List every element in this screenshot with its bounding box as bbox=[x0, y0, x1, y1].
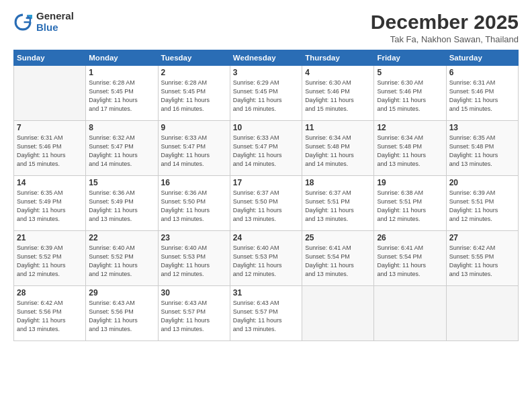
calendar-cell: 22Sunrise: 6:40 AMSunset: 5:52 PMDayligh… bbox=[86, 231, 158, 286]
calendar-cell: 31Sunrise: 6:43 AMSunset: 5:57 PMDayligh… bbox=[230, 286, 302, 341]
calendar-cell: 8Sunrise: 6:32 AMSunset: 5:47 PMDaylight… bbox=[86, 121, 158, 176]
day-number: 12 bbox=[377, 123, 443, 132]
calendar-cell: 12Sunrise: 6:34 AMSunset: 5:48 PMDayligh… bbox=[374, 121, 446, 176]
day-number: 22 bbox=[89, 233, 154, 242]
day-number: 4 bbox=[305, 68, 371, 77]
day-detail: Sunrise: 6:39 AMSunset: 5:52 PMDaylight:… bbox=[17, 244, 83, 279]
calendar-cell: 19Sunrise: 6:38 AMSunset: 5:51 PMDayligh… bbox=[374, 176, 446, 231]
day-number: 26 bbox=[377, 233, 443, 242]
weekday-header-sunday: Sunday bbox=[14, 50, 86, 66]
day-detail: Sunrise: 6:41 AMSunset: 5:54 PMDaylight:… bbox=[305, 244, 371, 279]
calendar-cell: 26Sunrise: 6:41 AMSunset: 5:54 PMDayligh… bbox=[374, 231, 446, 286]
day-detail: Sunrise: 6:42 AMSunset: 5:55 PMDaylight:… bbox=[449, 244, 515, 279]
calendar-cell bbox=[14, 66, 86, 121]
day-detail: Sunrise: 6:43 AMSunset: 5:57 PMDaylight:… bbox=[161, 299, 227, 334]
calendar-cell: 2Sunrise: 6:28 AMSunset: 5:45 PMDaylight… bbox=[158, 66, 230, 121]
month-title: December 2025 bbox=[371, 11, 519, 33]
day-number: 11 bbox=[305, 123, 371, 132]
day-number: 5 bbox=[377, 68, 443, 77]
calendar-cell: 23Sunrise: 6:40 AMSunset: 5:53 PMDayligh… bbox=[158, 231, 230, 286]
page: General Blue December 2025 Tak Fa, Nakho… bbox=[0, 0, 532, 411]
calendar-cell bbox=[302, 286, 374, 341]
weekday-header-thursday: Thursday bbox=[302, 50, 374, 66]
day-detail: Sunrise: 6:38 AMSunset: 5:51 PMDaylight:… bbox=[377, 189, 443, 224]
calendar-cell: 28Sunrise: 6:42 AMSunset: 5:56 PMDayligh… bbox=[14, 286, 86, 341]
day-detail: Sunrise: 6:34 AMSunset: 5:48 PMDaylight:… bbox=[377, 134, 443, 169]
day-detail: Sunrise: 6:28 AMSunset: 5:45 PMDaylight:… bbox=[161, 79, 227, 113]
weekday-header-row: SundayMondayTuesdayWednesdayThursdayFrid… bbox=[14, 50, 519, 66]
calendar-cell: 16Sunrise: 6:36 AMSunset: 5:50 PMDayligh… bbox=[158, 176, 230, 231]
calendar-cell: 17Sunrise: 6:37 AMSunset: 5:50 PMDayligh… bbox=[230, 176, 302, 231]
calendar-cell: 18Sunrise: 6:37 AMSunset: 5:51 PMDayligh… bbox=[302, 176, 374, 231]
logo-text: General Blue bbox=[36, 11, 74, 33]
day-number: 1 bbox=[89, 68, 154, 77]
day-number: 21 bbox=[17, 233, 83, 242]
day-detail: Sunrise: 6:36 AMSunset: 5:49 PMDaylight:… bbox=[89, 189, 154, 224]
day-detail: Sunrise: 6:35 AMSunset: 5:48 PMDaylight:… bbox=[449, 134, 515, 169]
calendar-cell: 29Sunrise: 6:43 AMSunset: 5:56 PMDayligh… bbox=[86, 286, 158, 341]
title-block: December 2025 Tak Fa, Nakhon Sawan, Thai… bbox=[371, 11, 519, 44]
day-number: 14 bbox=[17, 178, 83, 187]
calendar-table: SundayMondayTuesdayWednesdayThursdayFrid… bbox=[13, 50, 519, 341]
calendar-cell: 3Sunrise: 6:29 AMSunset: 5:45 PMDaylight… bbox=[230, 66, 302, 121]
day-detail: Sunrise: 6:39 AMSunset: 5:51 PMDaylight:… bbox=[449, 189, 515, 224]
day-detail: Sunrise: 6:30 AMSunset: 5:46 PMDaylight:… bbox=[305, 79, 371, 113]
calendar-cell: 10Sunrise: 6:33 AMSunset: 5:47 PMDayligh… bbox=[230, 121, 302, 176]
day-detail: Sunrise: 6:32 AMSunset: 5:47 PMDaylight:… bbox=[89, 134, 154, 169]
day-number: 15 bbox=[89, 178, 154, 187]
day-detail: Sunrise: 6:37 AMSunset: 5:51 PMDaylight:… bbox=[305, 189, 371, 224]
day-number: 30 bbox=[161, 288, 227, 298]
day-detail: Sunrise: 6:43 AMSunset: 5:56 PMDaylight:… bbox=[89, 299, 154, 334]
day-number: 7 bbox=[17, 123, 83, 132]
calendar-cell: 21Sunrise: 6:39 AMSunset: 5:52 PMDayligh… bbox=[14, 231, 86, 286]
day-number: 24 bbox=[233, 233, 299, 242]
day-detail: Sunrise: 6:36 AMSunset: 5:50 PMDaylight:… bbox=[161, 189, 227, 224]
calendar-week-row: 14Sunrise: 6:35 AMSunset: 5:49 PMDayligh… bbox=[14, 176, 519, 231]
calendar-week-row: 1Sunrise: 6:28 AMSunset: 5:45 PMDaylight… bbox=[14, 66, 519, 121]
day-number: 19 bbox=[377, 178, 443, 187]
logo: General Blue bbox=[13, 11, 74, 33]
calendar-cell: 7Sunrise: 6:31 AMSunset: 5:46 PMDaylight… bbox=[14, 121, 86, 176]
day-number: 25 bbox=[305, 233, 371, 242]
day-number: 16 bbox=[161, 178, 227, 187]
calendar-cell: 4Sunrise: 6:30 AMSunset: 5:46 PMDaylight… bbox=[302, 66, 374, 121]
day-detail: Sunrise: 6:30 AMSunset: 5:46 PMDaylight:… bbox=[377, 79, 443, 113]
day-number: 29 bbox=[89, 288, 154, 298]
calendar-cell: 15Sunrise: 6:36 AMSunset: 5:49 PMDayligh… bbox=[86, 176, 158, 231]
calendar-cell: 24Sunrise: 6:40 AMSunset: 5:53 PMDayligh… bbox=[230, 231, 302, 286]
subtitle: Tak Fa, Nakhon Sawan, Thailand bbox=[371, 34, 519, 44]
day-number: 20 bbox=[449, 178, 515, 187]
day-detail: Sunrise: 6:40 AMSunset: 5:53 PMDaylight:… bbox=[161, 244, 227, 279]
calendar-week-row: 21Sunrise: 6:39 AMSunset: 5:52 PMDayligh… bbox=[14, 231, 519, 286]
day-detail: Sunrise: 6:33 AMSunset: 5:47 PMDaylight:… bbox=[161, 134, 227, 169]
day-detail: Sunrise: 6:42 AMSunset: 5:56 PMDaylight:… bbox=[17, 299, 83, 334]
calendar-cell: 1Sunrise: 6:28 AMSunset: 5:45 PMDaylight… bbox=[86, 66, 158, 121]
calendar-cell: 20Sunrise: 6:39 AMSunset: 5:51 PMDayligh… bbox=[446, 176, 518, 231]
day-detail: Sunrise: 6:33 AMSunset: 5:47 PMDaylight:… bbox=[233, 134, 299, 169]
day-number: 28 bbox=[17, 288, 83, 298]
day-detail: Sunrise: 6:34 AMSunset: 5:48 PMDaylight:… bbox=[305, 134, 371, 169]
day-detail: Sunrise: 6:40 AMSunset: 5:53 PMDaylight:… bbox=[233, 244, 299, 279]
calendar-week-row: 28Sunrise: 6:42 AMSunset: 5:56 PMDayligh… bbox=[14, 286, 519, 341]
calendar-cell: 13Sunrise: 6:35 AMSunset: 5:48 PMDayligh… bbox=[446, 121, 518, 176]
calendar-cell: 14Sunrise: 6:35 AMSunset: 5:49 PMDayligh… bbox=[14, 176, 86, 231]
day-number: 3 bbox=[233, 68, 299, 77]
weekday-header-saturday: Saturday bbox=[446, 50, 518, 66]
day-number: 2 bbox=[161, 68, 227, 77]
day-number: 23 bbox=[161, 233, 227, 242]
weekday-header-wednesday: Wednesday bbox=[230, 50, 302, 66]
day-detail: Sunrise: 6:31 AMSunset: 5:46 PMDaylight:… bbox=[17, 134, 83, 169]
calendar-cell bbox=[446, 286, 518, 341]
day-detail: Sunrise: 6:37 AMSunset: 5:50 PMDaylight:… bbox=[233, 189, 299, 224]
header: General Blue December 2025 Tak Fa, Nakho… bbox=[13, 11, 519, 44]
day-number: 8 bbox=[89, 123, 154, 132]
day-detail: Sunrise: 6:43 AMSunset: 5:57 PMDaylight:… bbox=[233, 299, 299, 334]
day-number: 6 bbox=[449, 68, 515, 77]
calendar-cell: 30Sunrise: 6:43 AMSunset: 5:57 PMDayligh… bbox=[158, 286, 230, 341]
day-detail: Sunrise: 6:29 AMSunset: 5:45 PMDaylight:… bbox=[233, 79, 299, 113]
day-number: 18 bbox=[305, 178, 371, 187]
calendar-cell: 25Sunrise: 6:41 AMSunset: 5:54 PMDayligh… bbox=[302, 231, 374, 286]
calendar-week-row: 7Sunrise: 6:31 AMSunset: 5:46 PMDaylight… bbox=[14, 121, 519, 176]
weekday-header-friday: Friday bbox=[374, 50, 446, 66]
day-number: 27 bbox=[449, 233, 515, 242]
